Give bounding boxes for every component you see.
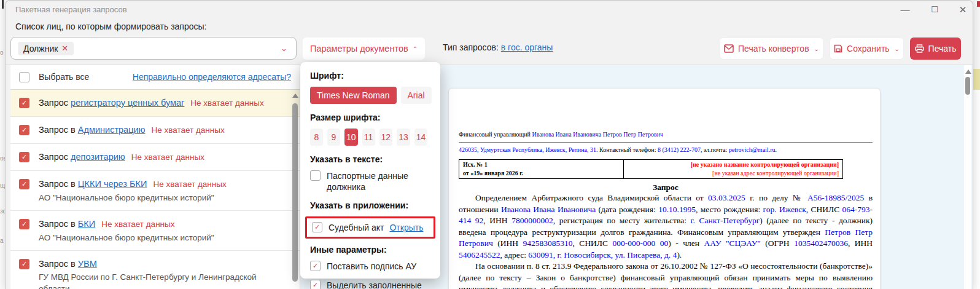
batch-request-dialog: Пакетная генерация запросов — ☐ ✕ Список… [5, 0, 973, 289]
font-option[interactable]: Times New Roman [310, 87, 397, 104]
request-type-link[interactable]: в гос. органы [501, 42, 553, 52]
request-list-item[interactable]: ✓ Запрос депозитариюНе хватает данных [10, 144, 300, 171]
highlight-filled-label: Выделить заполненные данные [327, 280, 422, 289]
scroll-up-icon[interactable] [292, 93, 298, 98]
font-size-option[interactable]: 13 [397, 129, 410, 146]
envelope-icon [724, 44, 734, 53]
open-judicial-act-link[interactable]: Открыть [389, 223, 423, 232]
request-item-title: Запрос в УВМ [39, 258, 287, 270]
document-params-panel: Шрифт: Times New RomanArial Размер шрифт… [300, 62, 440, 279]
save-icon [834, 44, 842, 53]
minimize-icon[interactable]: — [897, 2, 913, 17]
request-list-item[interactable]: ✓ Запрос в БКИНе хватает данных АО "Наци… [10, 211, 300, 251]
request-item-subtitle: АО "Национальное бюро кредитных историй" [39, 232, 287, 243]
chevron-down-icon[interactable]: ⌄ [281, 44, 287, 53]
background-fragment: щ [0, 182, 5, 189]
passport-data-option[interactable]: Паспортные данные должника [310, 170, 432, 192]
scrollbar-thumb[interactable] [965, 77, 970, 95]
chevron-up-icon: ⌃ [413, 46, 418, 52]
missing-data-warning: Не хватает данных [101, 220, 174, 229]
request-type-row: Тип запросов: в гос. органы [443, 42, 553, 52]
checked-checkbox[interactable]: ✓ [19, 219, 29, 229]
save-label: Сохранить [847, 44, 890, 53]
in-attachment-label: Указать в приложении: [310, 200, 432, 210]
close-icon[interactable]: ✕ [955, 2, 971, 17]
request-recipient-link[interactable]: Администрацию [78, 125, 146, 135]
scroll-up-icon[interactable] [965, 69, 971, 74]
request-recipient-link[interactable]: регистратору ценных бумаг [71, 98, 184, 108]
maximize-icon[interactable]: ☐ [927, 2, 943, 17]
remove-tag-icon[interactable]: ✕ [61, 44, 68, 53]
request-list-item[interactable]: ✓ Запрос в ЦККИ через БКИНе хватает данн… [10, 171, 300, 211]
document-params-label: Параметры документов [310, 44, 408, 53]
save-button[interactable]: Сохранить ⌄ [830, 38, 904, 60]
checked-checkbox[interactable]: ✓ [310, 261, 321, 271]
highlight-filled-option[interactable]: ✓ Выделить заполненные данные цветом [310, 280, 432, 289]
list-scrollbar[interactable] [291, 90, 299, 289]
background-right-strip [973, 0, 980, 289]
request-list-item[interactable]: ✓ Запрос в АдминистрациюНе хватает данны… [10, 117, 300, 144]
request-item-title: Запрос депозитариюНе хватает данных [39, 151, 287, 164]
missing-data-warning: Не хватает данных [190, 98, 263, 108]
doc-ref-number: Исх. № 1 [463, 160, 620, 169]
preview-scrollbar[interactable] [964, 65, 971, 289]
select-all-checkbox[interactable] [19, 72, 29, 82]
scrollbar-thumb[interactable] [292, 103, 298, 282]
wrong-addressees-link[interactable]: Неправильно определяются адресаты? [133, 72, 291, 82]
font-size-option[interactable]: 10 [344, 129, 358, 146]
selected-person-tag: Должник ✕ [18, 42, 74, 55]
chevron-down-icon: ⌄ [814, 46, 819, 52]
request-list-panel: Выбрать все Неправильно определяются адр… [10, 65, 300, 289]
font-label: Шрифт: [310, 71, 432, 81]
in-text-label: Указать в тексте: [310, 154, 432, 164]
font-size-option[interactable]: 9 [327, 129, 340, 146]
unchecked-checkbox[interactable] [310, 170, 321, 181]
printer-icon [915, 44, 924, 53]
checked-checkbox[interactable]: ✓ [19, 125, 29, 135]
tag-label: Должник [23, 44, 58, 53]
doc-org-warning1: [не указано название контролирующей орга… [628, 160, 839, 169]
judicial-act-label: Судебный акт [329, 223, 384, 232]
request-recipient-link[interactable]: депозитарию [71, 152, 125, 162]
background-fragment [2, 0, 4, 9]
signature-label: Поставить подпись АУ [327, 261, 416, 272]
request-item-title: Запрос в БКИНе хватает данных [39, 218, 287, 231]
signature-option[interactable]: ✓ Поставить подпись АУ [310, 261, 432, 272]
font-size-label: Размер шрифта: [310, 113, 432, 122]
font-size-option[interactable]: 11 [362, 129, 375, 146]
checked-checkbox[interactable]: ✓ [19, 152, 29, 162]
document-params-button[interactable]: Параметры документов ⌃ [303, 38, 425, 60]
highlight-frame: ✓ Судебный актОткрыть [305, 216, 435, 239]
font-size-option[interactable]: 14 [414, 129, 428, 146]
font-size-option[interactable]: 12 [379, 129, 393, 146]
font-option[interactable]: Arial [401, 87, 432, 104]
request-list-item[interactable]: ✓ Запрос в УВМ ГУ МВД России по Г. Санкт… [10, 251, 300, 289]
request-recipient-link[interactable]: БКИ [78, 219, 95, 229]
persons-select[interactable]: Должник ✕ ⌄ [10, 37, 297, 60]
font-size-option[interactable]: 8 [310, 129, 323, 146]
missing-data-warning: Не хватает данных [151, 125, 224, 135]
request-item-subtitle: ГУ МВД России по Г. Санкт-Петербургу и Л… [39, 271, 287, 289]
doc-org-warning2: [не указан адрес контролирующей организа… [628, 169, 839, 178]
document-page: Финансовый управляющий Иванова Ивана Ива… [448, 88, 881, 289]
print-button[interactable]: Печать [910, 38, 961, 60]
other-params-label: Иные параметры: [310, 245, 432, 255]
checked-checkbox[interactable]: ✓ [312, 222, 322, 232]
checked-checkbox[interactable]: ✓ [310, 280, 321, 289]
checked-checkbox[interactable]: ✓ [19, 179, 29, 189]
print-envelopes-button[interactable]: Печать конвертов ⌄ [720, 38, 823, 60]
request-recipient-link[interactable]: ЦККИ через БКИ [78, 179, 147, 189]
request-item-title: Запрос регистратору ценных бумагНе хвата… [39, 97, 287, 109]
background-fragment [973, 90, 980, 289]
checked-checkbox[interactable]: ✓ [19, 98, 29, 108]
background-fragment: о [0, 49, 4, 56]
doc-ref-table: Исх. № 1 от «19» января 2026 г. [не указ… [459, 159, 843, 179]
select-all-label: Выбрать все [39, 72, 89, 82]
judicial-act-option[interactable]: ✓ Судебный актОткрыть [312, 222, 429, 233]
doc-header-line2: 426035, Удмуртская Республика, Ижевск, Р… [459, 146, 873, 154]
request-list-item[interactable]: ✓ Запрос регистратору ценных бумагНе хва… [10, 90, 300, 117]
request-recipient-link[interactable]: УВМ [78, 259, 97, 269]
doc-paragraph-2: На основании п. 8 ст. 213.9 Федерального… [459, 261, 873, 289]
checked-checkbox[interactable]: ✓ [19, 259, 29, 269]
doc-paragraph-1: Определением Арбитражного суда Владимирс… [459, 192, 873, 261]
